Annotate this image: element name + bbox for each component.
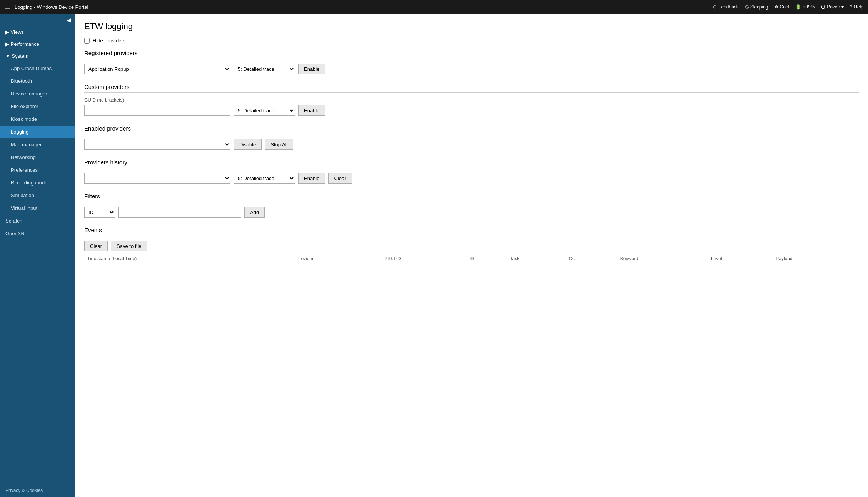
col-o: O...: [566, 254, 617, 263]
sleeping-status[interactable]: ◷ Sleeping: [745, 4, 768, 10]
temp-status[interactable]: ❄ Cool: [775, 4, 790, 10]
sidebar-item-file-explorer[interactable]: File explorer: [0, 100, 75, 113]
sidebar-group-system[interactable]: ▼ System: [0, 50, 75, 62]
filter-value-input[interactable]: [118, 207, 241, 218]
events-save-button[interactable]: Save to file: [111, 241, 147, 251]
guid-input[interactable]: [84, 105, 230, 116]
col-task: Task: [507, 254, 566, 263]
filters-title: Filters: [84, 193, 859, 202]
sidebar-item-device-manager[interactable]: Device manager: [0, 87, 75, 100]
col-level: Level: [708, 254, 773, 263]
guid-label: GUID (no brackets): [84, 97, 859, 103]
custom-providers-section: Custom providers GUID (no brackets) 1: C…: [84, 84, 859, 116]
feedback-button[interactable]: ⊙ Feedback: [713, 4, 739, 10]
providers-history-section: Providers history 1: Critical 2: Error 3…: [84, 159, 859, 184]
help-button[interactable]: ? Help: [850, 4, 863, 10]
filter-type-select[interactable]: ID Name Level Keyword: [84, 207, 115, 218]
sidebar-item-bluetooth[interactable]: Bluetooth: [0, 75, 75, 87]
registered-provider-select[interactable]: Application Popup: [84, 64, 230, 74]
sidebar-item-logging[interactable]: Logging: [0, 126, 75, 138]
battery-status[interactable]: 🔋 ≡99%: [795, 4, 815, 10]
providers-history-trace-select[interactable]: 1: Critical 2: Error 3: Warning 4: Infor…: [234, 173, 295, 184]
custom-provider-enable-button[interactable]: Enable: [298, 105, 325, 116]
enabled-providers-controls: Disable Stop All: [84, 139, 859, 150]
providers-history-select[interactable]: [84, 173, 230, 184]
col-id: ID: [466, 254, 507, 263]
main-layout: ◀ ▶ Views ▶ Performance ▼ System App Cra…: [0, 14, 868, 497]
filters-section: Filters ID Name Level Keyword Add: [84, 193, 859, 218]
sidebar-item-virtual-input[interactable]: Virtual Input: [0, 202, 75, 214]
registered-provider-trace-select[interactable]: 1: Critical 2: Error 3: Warning 4: Infor…: [234, 64, 295, 74]
sidebar-item-simulation[interactable]: Simulation: [0, 189, 75, 202]
filter-add-button[interactable]: Add: [244, 207, 265, 218]
sidebar-item-openxr[interactable]: OpenXR: [0, 227, 75, 240]
sidebar-item-kiosk-mode[interactable]: Kiosk mode: [0, 113, 75, 126]
enabled-providers-title: Enabled providers: [84, 125, 859, 134]
providers-history-clear-button[interactable]: Clear: [328, 173, 352, 184]
registered-providers-controls: Application Popup 1: Critical 2: Error 3…: [84, 64, 859, 74]
sidebar-item-networking[interactable]: Networking: [0, 151, 75, 164]
col-timestamp: Timestamp (Local Time): [84, 254, 293, 263]
page-title: ETW logging: [84, 22, 859, 32]
stop-all-button[interactable]: Stop All: [265, 139, 293, 150]
providers-history-enable-button[interactable]: Enable: [298, 173, 325, 184]
enabled-providers-section: Enabled providers Disable Stop All: [84, 125, 859, 150]
sidebar-item-preferences[interactable]: Preferences: [0, 164, 75, 176]
col-pidtid: PID:TID: [381, 254, 466, 263]
custom-provider-trace-select[interactable]: 1: Critical 2: Error 3: Warning 4: Infor…: [234, 105, 295, 116]
privacy-cookies-link[interactable]: Privacy & Cookies: [0, 484, 75, 497]
registered-providers-section: Registered providers Application Popup 1…: [84, 50, 859, 74]
events-title: Events: [84, 227, 859, 236]
events-clear-button[interactable]: Clear: [84, 241, 108, 251]
collapse-icon: ◀: [67, 17, 71, 23]
power-button[interactable]: ⏻ Power ▾: [821, 4, 843, 10]
providers-history-title: Providers history: [84, 159, 859, 168]
sidebar-item-recording-mode[interactable]: Recording mode: [0, 176, 75, 189]
sidebar: ◀ ▶ Views ▶ Performance ▼ System App Cra…: [0, 14, 75, 497]
content-area: ETW logging Hide Providers Registered pr…: [75, 14, 868, 497]
sidebar-group-views[interactable]: ▶ Views: [0, 26, 75, 38]
hide-providers-label[interactable]: Hide Providers: [93, 38, 125, 44]
registered-provider-enable-button[interactable]: Enable: [298, 64, 325, 74]
custom-providers-controls: 1: Critical 2: Error 3: Warning 4: Infor…: [84, 105, 859, 116]
custom-providers-title: Custom providers: [84, 84, 859, 93]
providers-history-controls: 1: Critical 2: Error 3: Warning 4: Infor…: [84, 173, 859, 184]
enabled-providers-select[interactable]: [84, 139, 230, 150]
sidebar-item-map-manager[interactable]: Map manager: [0, 138, 75, 151]
collapse-button[interactable]: ◀: [0, 14, 75, 26]
col-payload: Payload: [773, 254, 859, 263]
events-buttons: Clear Save to file: [84, 241, 859, 251]
app-title: Logging - Windows Device Portal: [15, 4, 713, 10]
sidebar-item-scratch[interactable]: Scratch: [0, 214, 75, 227]
registered-providers-title: Registered providers: [84, 50, 859, 59]
disable-button[interactable]: Disable: [234, 139, 262, 150]
hide-providers-checkbox[interactable]: [84, 38, 90, 44]
filters-controls: ID Name Level Keyword Add: [84, 207, 859, 218]
status-bar: ⊙ Feedback ◷ Sleeping ❄ Cool 🔋 ≡99% ⏻ Po…: [713, 4, 863, 10]
topbar: ☰ Logging - Windows Device Portal ⊙ Feed…: [0, 0, 868, 14]
hide-providers-row: Hide Providers: [84, 38, 859, 44]
col-keyword: Keyword: [617, 254, 708, 263]
col-provider: Provider: [293, 254, 381, 263]
sidebar-group-performance[interactable]: ▶ Performance: [0, 38, 75, 50]
events-section: Events Clear Save to file Timestamp (Loc…: [84, 227, 859, 263]
events-table: Timestamp (Local Time) Provider PID:TID …: [84, 254, 859, 263]
sidebar-item-app-crash-dumps[interactable]: App Crash Dumps: [0, 62, 75, 75]
menu-icon[interactable]: ☰: [5, 3, 10, 11]
